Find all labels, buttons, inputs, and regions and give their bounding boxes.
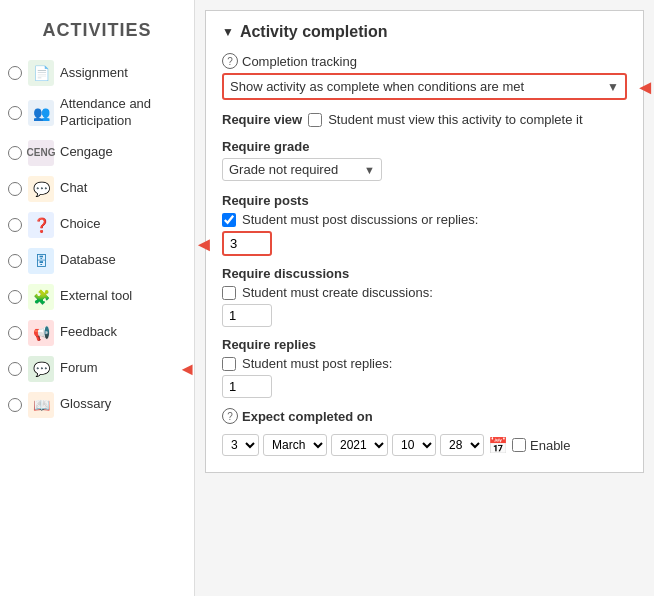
radio-feedback[interactable] bbox=[8, 326, 22, 340]
sidebar-item-database[interactable]: 🗄 Database bbox=[0, 243, 194, 279]
sidebar-label-assignment: Assignment bbox=[60, 65, 128, 82]
completion-tracking-label-row: ? Completion tracking bbox=[222, 53, 627, 69]
sidebar-item-forum[interactable]: 💬 Forum ◄ bbox=[0, 351, 194, 387]
sidebar-label-chat: Chat bbox=[60, 180, 87, 197]
sidebar-item-external[interactable]: 🧩 External tool bbox=[0, 279, 194, 315]
choice-icon: ❓ bbox=[28, 212, 54, 238]
radio-external[interactable] bbox=[8, 290, 22, 304]
require-discussions-row: Student must create discussions: bbox=[222, 285, 627, 300]
external-icon: 🧩 bbox=[28, 284, 54, 310]
completion-tracking-group: ? Completion tracking Show activity as c… bbox=[222, 53, 627, 100]
require-discussions-checkbox[interactable] bbox=[222, 286, 236, 300]
enable-label: Enable bbox=[530, 438, 570, 453]
require-posts-label: Require posts bbox=[222, 193, 627, 208]
require-view-label: Require view bbox=[222, 112, 302, 127]
enable-checkbox[interactable] bbox=[512, 438, 526, 452]
require-view-checkbox[interactable] bbox=[308, 113, 322, 127]
require-discussions-section: Require discussions Student must create … bbox=[222, 266, 627, 327]
expect-help-icon[interactable]: ? bbox=[222, 408, 238, 424]
require-posts-input[interactable] bbox=[222, 231, 272, 256]
section-header: ▼ Activity completion bbox=[222, 23, 627, 41]
require-discussions-input[interactable] bbox=[222, 304, 272, 327]
completion-select-text: Show activity as complete when condition… bbox=[230, 79, 607, 94]
require-grade-label: Require grade bbox=[222, 139, 309, 154]
radio-forum[interactable] bbox=[8, 362, 22, 376]
radio-cengage[interactable] bbox=[8, 146, 22, 160]
completion-select[interactable]: Show activity as complete when condition… bbox=[222, 73, 627, 100]
collapse-triangle[interactable]: ▼ bbox=[222, 25, 234, 39]
sidebar: ACTIVITIES 📄 Assignment 👥 Attendance and… bbox=[0, 0, 195, 596]
database-icon: 🗄 bbox=[28, 248, 54, 274]
assignment-icon: 📄 bbox=[28, 60, 54, 86]
require-replies-section: Require replies Student must post replie… bbox=[222, 337, 627, 398]
require-replies-text: Student must post replies: bbox=[242, 356, 392, 371]
expect-hour-select[interactable]: 10 bbox=[392, 434, 436, 456]
expect-day-select[interactable]: 3 bbox=[222, 434, 259, 456]
sidebar-label-forum: Forum bbox=[60, 360, 98, 377]
forum-icon: 💬 bbox=[28, 356, 54, 382]
glossary-icon: 📖 bbox=[28, 392, 54, 418]
radio-choice[interactable] bbox=[8, 218, 22, 232]
require-grade-label-row: Require grade bbox=[222, 139, 627, 154]
sidebar-item-feedback[interactable]: 📢 Feedback bbox=[0, 315, 194, 351]
sidebar-title: ACTIVITIES bbox=[0, 10, 194, 55]
sidebar-item-glossary[interactable]: 📖 Glossary bbox=[0, 387, 194, 423]
sidebar-label-attendance: Attendance and Participation bbox=[60, 96, 186, 130]
sidebar-label-glossary: Glossary bbox=[60, 396, 111, 413]
grade-dropdown-arrow: ▼ bbox=[364, 164, 375, 176]
sidebar-item-choice[interactable]: ❓ Choice bbox=[0, 207, 194, 243]
arrow-to-posts-input: ◄ bbox=[195, 232, 214, 255]
completion-tracking-label: Completion tracking bbox=[242, 54, 357, 69]
require-posts-text: Student must post discussions or replies… bbox=[242, 212, 478, 227]
sidebar-label-external: External tool bbox=[60, 288, 132, 305]
activity-completion-section: ▼ Activity completion ? Completion track… bbox=[205, 10, 644, 473]
sidebar-item-cengage[interactable]: CENG Cengage bbox=[0, 135, 194, 171]
section-title: Activity completion bbox=[240, 23, 388, 41]
radio-database[interactable] bbox=[8, 254, 22, 268]
require-discussions-text: Student must create discussions: bbox=[242, 285, 433, 300]
radio-assignment[interactable] bbox=[8, 66, 22, 80]
require-grade-group: Require grade Grade not required ▼ bbox=[222, 139, 627, 181]
require-posts-checkbox[interactable] bbox=[222, 213, 236, 227]
expect-year-select[interactable]: 2021 bbox=[331, 434, 388, 456]
completion-select-wrapper: Show activity as complete when condition… bbox=[222, 73, 627, 100]
arrow-to-forum: ◄ bbox=[178, 358, 196, 379]
completion-tracking-help-icon[interactable]: ? bbox=[222, 53, 238, 69]
radio-chat[interactable] bbox=[8, 182, 22, 196]
sidebar-label-cengage: Cengage bbox=[60, 144, 113, 161]
sidebar-item-assignment[interactable]: 📄 Assignment bbox=[0, 55, 194, 91]
radio-glossary[interactable] bbox=[8, 398, 22, 412]
require-discussions-label: Require discussions bbox=[222, 266, 627, 281]
require-replies-row: Student must post replies: bbox=[222, 356, 627, 371]
require-replies-label: Require replies bbox=[222, 337, 627, 352]
completion-dropdown-arrow: ▼ bbox=[607, 80, 619, 94]
require-replies-input[interactable] bbox=[222, 375, 272, 398]
expect-label: Expect completed on bbox=[242, 409, 373, 424]
expect-completed-row: ? Expect completed on bbox=[222, 408, 627, 424]
sidebar-label-choice: Choice bbox=[60, 216, 100, 233]
require-view-text: Student must view this activity to compl… bbox=[328, 112, 582, 127]
expect-minute-select[interactable]: 28 bbox=[440, 434, 484, 456]
require-posts-input-wrapper: ◄ bbox=[222, 231, 272, 256]
cengage-icon: CENG bbox=[28, 140, 54, 166]
sidebar-item-chat[interactable]: 💬 Chat bbox=[0, 171, 194, 207]
require-replies-checkbox[interactable] bbox=[222, 357, 236, 371]
calendar-icon[interactable]: 📅 bbox=[488, 436, 508, 455]
require-posts-section: Require posts Student must post discussi… bbox=[222, 193, 627, 256]
sidebar-item-attendance[interactable]: 👥 Attendance and Participation bbox=[0, 91, 194, 135]
grade-select-text: Grade not required bbox=[229, 162, 364, 177]
arrow-to-completion: ◄ bbox=[635, 75, 654, 98]
sidebar-label-database: Database bbox=[60, 252, 116, 269]
expect-month-select[interactable]: March bbox=[263, 434, 327, 456]
chat-icon: 💬 bbox=[28, 176, 54, 202]
require-view-row: Require view Student must view this acti… bbox=[222, 112, 627, 127]
radio-attendance[interactable] bbox=[8, 106, 22, 120]
expect-date-row: 3 March 2021 10 28 📅 Enable bbox=[222, 434, 627, 456]
main-panel: ▼ Activity completion ? Completion track… bbox=[195, 0, 654, 596]
sidebar-label-feedback: Feedback bbox=[60, 324, 117, 341]
require-posts-row: Student must post discussions or replies… bbox=[222, 212, 627, 227]
grade-select[interactable]: Grade not required ▼ bbox=[222, 158, 382, 181]
attendance-icon: 👥 bbox=[28, 100, 54, 126]
feedback-icon: 📢 bbox=[28, 320, 54, 346]
